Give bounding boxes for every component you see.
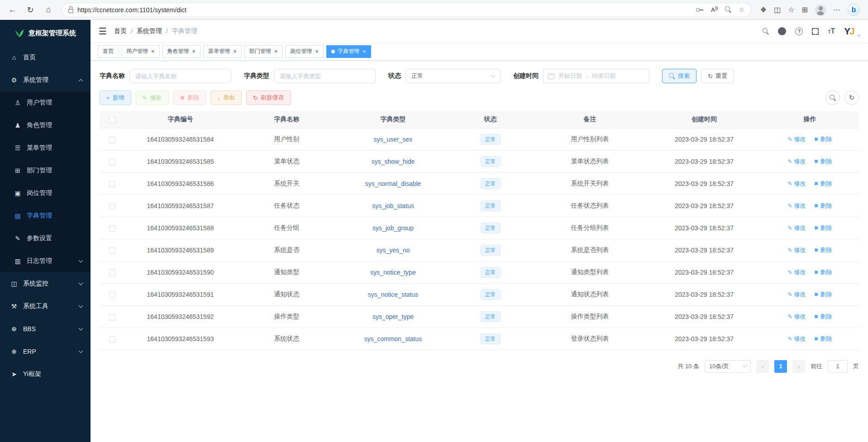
sidebar-item[interactable]: ♟角色管理 [0, 114, 91, 137]
help-icon[interactable]: ? [795, 28, 803, 35]
row-delete-button[interactable]: ✖删除 [814, 180, 832, 188]
sidebar-item[interactable]: ⊕BBS [0, 318, 91, 340]
password-key-icon[interactable] [696, 6, 704, 13]
sidebar-item[interactable]: ☰菜单管理 [0, 137, 91, 159]
select-all-checkbox[interactable] [109, 117, 115, 123]
edit-button[interactable]: ✎ 修改 [136, 90, 169, 105]
collections-icon[interactable]: ⊞ [802, 5, 808, 14]
tab-item[interactable]: 用户管理× [121, 45, 160, 58]
tab-close-icon[interactable]: × [315, 48, 319, 54]
row-checkbox[interactable] [109, 270, 115, 276]
tab-close-icon[interactable]: × [362, 48, 366, 54]
sidebar-item[interactable]: ⊕ERP [0, 340, 91, 363]
row-delete-button[interactable]: ✖删除 [814, 246, 832, 254]
row-checkbox[interactable] [109, 336, 115, 342]
browser-home-button[interactable]: ⌂ [41, 3, 56, 17]
address-bar[interactable]: https://ccnetcore.com:1101/system/dict A… [62, 3, 751, 17]
sidebar-item[interactable]: ▥日志管理 [0, 250, 91, 272]
github-icon[interactable] [778, 27, 786, 35]
add-button[interactable]: + 新增 [100, 90, 131, 105]
font-size-icon[interactable]: TT [828, 27, 835, 35]
tab-item[interactable]: 菜单管理× [203, 45, 242, 58]
row-delete-button[interactable]: ✖删除 [814, 135, 832, 143]
sidebar-item[interactable]: ✎参数设置 [0, 227, 91, 250]
row-checkbox[interactable] [109, 247, 115, 254]
row-delete-button[interactable]: ✖删除 [814, 313, 832, 321]
page-1-button[interactable]: 1 [774, 360, 787, 373]
sidebar-item[interactable]: ▤字典管理 [0, 204, 91, 227]
row-edit-button[interactable]: ✎修改 [787, 246, 806, 254]
row-delete-button[interactable]: ✖删除 [814, 224, 832, 232]
dict-type-link[interactable]: sys_oper_type [372, 313, 414, 320]
sidebar-item[interactable]: ♙用户管理 [0, 91, 91, 114]
row-delete-button[interactable]: ✖删除 [814, 290, 832, 299]
dict-type-link[interactable]: sys_yes_no [377, 247, 410, 254]
browser-refresh-button[interactable]: ↻ [23, 3, 38, 17]
row-edit-button[interactable]: ✎修改 [787, 313, 806, 321]
row-checkbox[interactable] [109, 225, 115, 232]
row-edit-button[interactable]: ✎修改 [787, 157, 806, 166]
row-edit-button[interactable]: ✎修改 [787, 202, 806, 210]
toggle-search-button[interactable] [825, 90, 840, 105]
browser-menu-icon[interactable]: ⋯ [833, 5, 840, 14]
breadcrumb-item[interactable]: 首页 [114, 27, 127, 35]
search-button[interactable]: 搜索 [662, 69, 696, 83]
favorites-icon[interactable]: ☆ [788, 5, 794, 14]
read-aloud-icon[interactable]: A)) [711, 6, 718, 13]
dict-type-link[interactable]: sys_job_status [372, 202, 414, 209]
sidebar-item[interactable]: ➤Yi框架 [0, 363, 91, 385]
page-size-select[interactable]: 10条/页 [705, 360, 751, 373]
sidebar-item[interactable]: ⊞部门管理 [0, 159, 91, 182]
tab-item[interactable]: 部门管理× [244, 45, 283, 58]
tab-item[interactable]: 岗位管理× [285, 45, 324, 58]
browser-back-button[interactable]: ← [5, 3, 20, 17]
tab-item[interactable]: 首页 [98, 45, 119, 58]
sidebar-item[interactable]: ⌂首页 [0, 46, 91, 69]
row-checkbox[interactable] [109, 159, 115, 165]
next-page-button[interactable]: › [792, 360, 805, 373]
fullscreen-icon[interactable] [812, 28, 819, 35]
tab-active[interactable]: 字典管理× [326, 45, 371, 58]
sidebar-item[interactable]: ⚙系统管理 [0, 69, 91, 91]
tab-close-icon[interactable]: × [274, 48, 278, 54]
row-edit-button[interactable]: ✎修改 [787, 135, 806, 143]
row-checkbox[interactable] [109, 292, 115, 298]
row-edit-button[interactable]: ✎修改 [787, 290, 806, 299]
sidebar-toggle-icon[interactable]: ☰ [99, 26, 107, 37]
sidebar-item[interactable]: ◫系统监控 [0, 272, 91, 295]
tab-close-icon[interactable]: × [233, 48, 237, 54]
user-logo[interactable]: YJ [844, 26, 854, 37]
dict-type-link[interactable]: sys_common_status [364, 335, 422, 342]
zoom-icon[interactable] [725, 6, 731, 13]
refresh-cache-button[interactable]: ↻ 刷新缓存 [246, 90, 291, 105]
dict-type-link[interactable]: sys_notice_type [370, 269, 415, 276]
row-checkbox[interactable] [109, 181, 115, 187]
dict-type-input[interactable] [274, 69, 376, 83]
row-delete-button[interactable]: ✖删除 [814, 268, 832, 276]
row-delete-button[interactable]: ✖删除 [814, 335, 832, 343]
delete-button[interactable]: ✖ 删除 [173, 90, 206, 105]
date-range-picker[interactable]: 开始日期 - 结束日期 [543, 69, 649, 83]
split-screen-icon[interactable]: ◫ [774, 5, 781, 14]
row-edit-button[interactable]: ✎修改 [787, 268, 806, 276]
bing-icon[interactable]: b [848, 4, 860, 16]
row-checkbox[interactable] [109, 137, 115, 143]
dict-type-link[interactable]: sys_show_hide [372, 158, 415, 165]
breadcrumb-item[interactable]: 系统管理 [137, 27, 162, 35]
row-edit-button[interactable]: ✎修改 [787, 180, 806, 188]
dict-type-link[interactable]: sys_notice_status [368, 291, 418, 298]
dict-type-link[interactable]: sys_user_sex [374, 136, 413, 143]
sidebar-item[interactable]: ▣岗位管理 [0, 182, 91, 204]
row-checkbox[interactable] [109, 203, 115, 209]
row-edit-button[interactable]: ✎修改 [787, 335, 806, 343]
reset-button[interactable]: ↻ 重置 [701, 69, 734, 83]
refresh-table-button[interactable]: ↻ [844, 90, 859, 105]
dict-type-link[interactable]: sys_job_group [372, 224, 414, 232]
row-edit-button[interactable]: ✎修改 [787, 224, 806, 232]
tab-close-icon[interactable]: × [192, 48, 196, 54]
row-delete-button[interactable]: ✖删除 [814, 202, 832, 210]
add-favorite-icon[interactable]: ☆ [739, 6, 744, 13]
row-checkbox[interactable] [109, 314, 115, 320]
tab-item[interactable]: 角色管理× [162, 45, 201, 58]
row-delete-button[interactable]: ✖删除 [814, 157, 832, 166]
